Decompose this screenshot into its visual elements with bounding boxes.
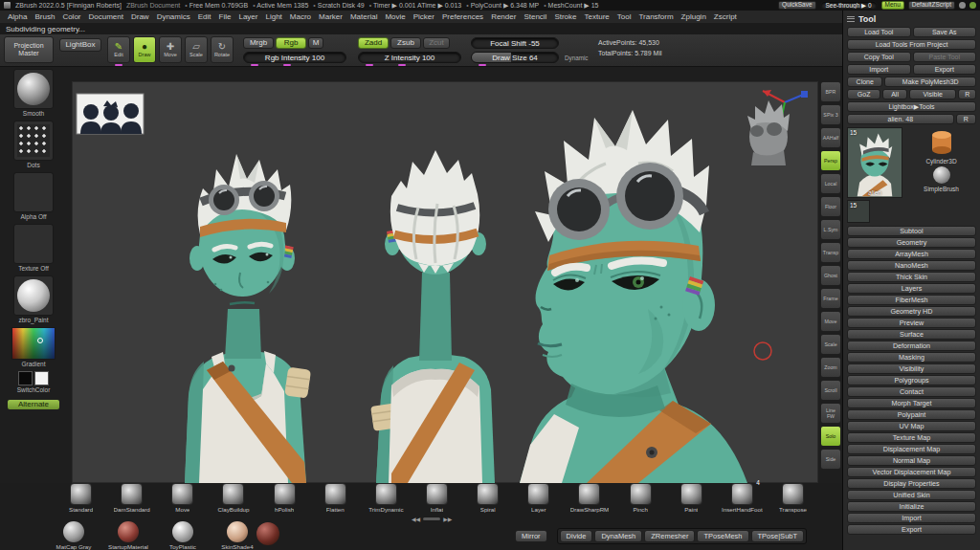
mrgb-button[interactable]: Mrgb (243, 37, 274, 49)
import-button[interactable]: Import (847, 64, 911, 75)
menu-item[interactable]: Alpha (8, 12, 27, 21)
tool-section-button[interactable]: ArrayMesh (847, 249, 976, 259)
brush-slot[interactable]: DamStandard (106, 483, 157, 519)
shelf-toggle-button[interactable]: Frame (820, 288, 841, 309)
brush-slot[interactable]: Flatten (310, 483, 361, 519)
shelf-toggle-button[interactable]: Side (820, 449, 841, 470)
divide-button[interactable]: Divide (560, 530, 593, 542)
tool-section-button[interactable]: Import (847, 513, 976, 523)
brush-slot[interactable]: Transpose (768, 483, 818, 519)
m-button[interactable]: M (308, 37, 323, 49)
goz-all-button[interactable]: All (882, 89, 907, 99)
shelf-toggle-button[interactable]: L.Sym (820, 219, 841, 240)
tool-section-button[interactable]: Contact (847, 386, 976, 397)
shelf-toggle-button[interactable]: Local (820, 173, 841, 194)
pager-left-icon[interactable]: ◀◀ (412, 516, 420, 522)
brush-slot[interactable]: Pinch (615, 483, 666, 519)
tool-section-button[interactable]: Export (847, 524, 976, 535)
tool-section-button[interactable]: Polygroups (847, 375, 976, 385)
shelf-toggle-button[interactable]: Zoom (820, 357, 841, 378)
zremesher-button[interactable]: ZRemesher (644, 530, 695, 542)
pager-right-icon[interactable]: ▶▶ (443, 516, 452, 522)
recent-tool-thumbnail[interactable]: 15 (847, 200, 870, 223)
quicksave-button[interactable]: QuickSave (778, 1, 815, 10)
copy-tool-button[interactable]: Copy Tool (847, 52, 911, 62)
pager-handle[interactable] (423, 517, 440, 520)
dynamic-label[interactable]: Dynamic (565, 55, 589, 61)
brush-slot[interactable]: hPolish (259, 483, 310, 519)
z-intensity-slider[interactable]: Z Intensity 100 (358, 52, 461, 63)
tool-section-button[interactable]: Polypaint (847, 409, 976, 420)
help-icon[interactable] (959, 2, 966, 9)
shelf-toggle-button[interactable]: Persp (820, 150, 841, 171)
cylinder3d-icon[interactable] (925, 129, 958, 156)
rgb-button[interactable]: Rgb (276, 37, 306, 49)
brush-slot[interactable]: ClayBuildup (208, 483, 258, 519)
tool-section-button[interactable]: FiberMesh (847, 295, 976, 305)
canvas-pager[interactable]: ◀◀ ▶▶ (412, 516, 452, 522)
tool-section-button[interactable]: Display Properties (847, 478, 976, 489)
menu-item[interactable]: Texture (585, 12, 610, 21)
export-button[interactable]: Export (913, 64, 977, 75)
shelf-toggle-button[interactable]: Scale (820, 334, 841, 355)
projection-master-button[interactable]: Projection Master (4, 36, 54, 63)
tool-section-button[interactable]: Visibility (847, 363, 976, 374)
goz-visible-button[interactable]: Visible (909, 89, 956, 99)
shelf-toggle-button[interactable]: Scroll (820, 380, 841, 401)
load-tool-button[interactable]: Load Tool (847, 27, 911, 37)
menu-item[interactable]: Light (265, 12, 281, 21)
material-slot[interactable]: SkinShade4 (216, 521, 258, 550)
material-sphere-extra[interactable] (256, 522, 279, 545)
menu-item[interactable]: Zplugin (681, 12, 706, 21)
shelf-toggle-button[interactable]: SPix 3 (820, 104, 841, 125)
current-stroke-thumb[interactable]: Dots (13, 121, 54, 168)
brush-slot[interactable]: Inflat (412, 483, 462, 519)
lightbox-tools-button[interactable]: Lightbox▶Tools (847, 101, 976, 112)
brush-slot[interactable]: DrawSharpRM (564, 483, 614, 519)
shelf-toggle-button[interactable]: AAHalf (820, 127, 841, 148)
active-tool-thumbnail[interactable]: 15 alien (847, 127, 902, 198)
brush-slot[interactable]: Standard (56, 483, 106, 519)
material-slot[interactable]: MatCap Gray (53, 521, 95, 550)
menu-item[interactable]: Color (62, 12, 80, 21)
menu-item[interactable]: Stroke (554, 12, 576, 21)
tool-section-button[interactable]: NanoMesh (847, 260, 976, 271)
tool-section-button[interactable]: Masking (847, 352, 976, 363)
window-config-icon[interactable] (969, 2, 976, 9)
menu-item[interactable]: Movie (385, 12, 405, 21)
tool-section-button[interactable]: Layers (847, 283, 976, 294)
lightbox-button[interactable]: LightBox (59, 38, 101, 52)
shelf-toggle-button[interactable]: Line FW (820, 403, 841, 424)
zadd-button[interactable]: Zadd (358, 37, 389, 49)
scale-button[interactable]: ▱ Scale (185, 36, 208, 63)
menu-item[interactable]: Layer (238, 12, 257, 21)
color-picker[interactable]: Gradient (11, 327, 56, 367)
menu-item[interactable]: Edit (198, 12, 212, 21)
menu-item[interactable]: Material (350, 12, 377, 21)
tool-section-button[interactable]: Thick Skin (847, 272, 976, 282)
material-slot[interactable]: StartupMaterial (107, 521, 149, 550)
tposemesh-button[interactable]: TPoseMesh (697, 530, 748, 542)
switch-color[interactable]: SwitchColor (17, 371, 51, 393)
menu-item[interactable]: Render (491, 12, 516, 21)
current-brush-thumb[interactable]: Smooth (13, 69, 54, 117)
goz-button[interactable]: GoZ (847, 89, 880, 99)
sculpt-canvas[interactable] (72, 81, 818, 483)
menu-item[interactable]: Dynamics (157, 12, 190, 21)
draw-size-slider[interactable]: Draw Size 64 (471, 52, 559, 63)
tool-section-button[interactable]: Vector Displacement Map (847, 467, 976, 477)
tool-section-button[interactable]: UV Map (847, 421, 976, 431)
brush-slot[interactable]: 4 InsertHandFoot (717, 483, 768, 519)
tool-section-button[interactable]: Initialize (847, 501, 976, 512)
tool-section-button[interactable]: Normal Map (847, 455, 976, 466)
see-through-slider[interactable]: See-through ▶ 0 (820, 1, 878, 10)
brush-slot[interactable]: Move (157, 483, 208, 519)
shelf-toggle-button[interactable]: Transp (820, 242, 841, 263)
tool-section-button[interactable]: Geometry (847, 237, 976, 248)
menu-item[interactable]: Document (89, 12, 123, 21)
save-as-button[interactable]: Save As (913, 27, 977, 37)
palette-menu-icon[interactable] (847, 16, 855, 22)
draw-button[interactable]: ● Draw (133, 36, 156, 63)
menu-item[interactable]: Preferences (442, 12, 483, 21)
tool-section-button[interactable]: Surface (847, 329, 976, 340)
